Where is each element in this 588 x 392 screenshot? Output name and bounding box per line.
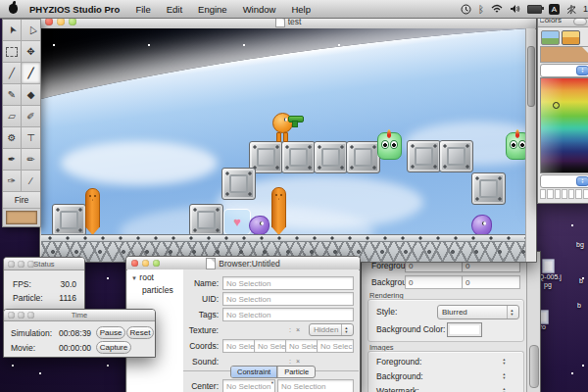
- color-mode-palette-button[interactable]: [562, 30, 580, 45]
- purple-blob-creature[interactable]: [471, 215, 492, 236]
- color-mode-image-button[interactable]: [541, 30, 560, 45]
- tags-field[interactable]: No Selection: [222, 308, 354, 321]
- coords-field-4[interactable]: No Selec: [317, 339, 354, 353]
- tool-line-selected[interactable]: ╱: [22, 63, 40, 84]
- browser-titlebar[interactable]: Browser:Untitled: [126, 257, 360, 270]
- green-gel-creature[interactable]: [377, 132, 402, 160]
- editor-vertical-scrollbar[interactable]: [525, 28, 535, 262]
- center-popup-arrow[interactable]: ▾: [270, 381, 275, 385]
- menu-engine[interactable]: Engine: [190, 0, 235, 18]
- purple-blob-creature[interactable]: [249, 216, 270, 235]
- close-button[interactable]: [131, 260, 138, 267]
- apple-menu-icon[interactable]: [9, 4, 18, 14]
- editor-scrollbar-thumb[interactable]: [527, 46, 535, 107]
- name-field[interactable]: No Selection: [222, 276, 354, 290]
- close-button[interactable]: [8, 312, 15, 318]
- menu-file[interactable]: File: [127, 0, 158, 18]
- tool-thin-line[interactable]: ╱: [3, 63, 22, 84]
- minimize-button[interactable]: [57, 18, 65, 25]
- volume-icon[interactable]: [510, 4, 520, 14]
- clock-icon[interactable]: [461, 4, 471, 15]
- color-spectrum[interactable]: [540, 77, 588, 173]
- disclosure-triangle-icon[interactable]: ▼: [131, 275, 137, 281]
- tool-stick[interactable]: ∕: [22, 171, 40, 192]
- colors-stepper-button[interactable]: ▴▾: [576, 176, 588, 186]
- zoom-button[interactable]: [27, 312, 34, 318]
- uid-field[interactable]: No Selection: [222, 292, 354, 306]
- reset-button[interactable]: Reset: [126, 326, 154, 339]
- menu-help[interactable]: Help: [283, 0, 318, 18]
- toolbar-pill-button[interactable]: [573, 18, 587, 25]
- kanji-wednesday-icon[interactable]: [566, 4, 576, 15]
- tool-screw[interactable]: ⚙: [3, 127, 22, 149]
- center-field-1[interactable]: No Selection: [222, 379, 275, 392]
- battery-icon[interactable]: [527, 5, 542, 14]
- tool-select[interactable]: ➤: [3, 20, 22, 41]
- tool-knife[interactable]: ✐: [22, 106, 40, 127]
- metal-block[interactable]: [407, 140, 441, 172]
- status-titlebar[interactable]: Status: [4, 258, 84, 270]
- desktop-icon-b1-label[interactable]: b: [579, 277, 583, 285]
- desktop-icon-aq005[interactable]: [542, 259, 555, 273]
- spectrum-marker[interactable]: [553, 102, 560, 109]
- fire-material-button[interactable]: Fire: [3, 192, 40, 209]
- texture-clear-icon[interactable]: ×: [296, 326, 300, 333]
- metal-block[interactable]: [314, 141, 348, 173]
- minimize-button[interactable]: [18, 261, 24, 268]
- style-popup[interactable]: Blurred ▴ ▾: [437, 305, 519, 319]
- minimize-button[interactable]: [142, 260, 149, 267]
- tab-constraint[interactable]: Constraint: [231, 367, 277, 377]
- color-swatch-row[interactable]: [540, 189, 588, 198]
- tree-item-particles[interactable]: particles: [142, 285, 173, 295]
- metal-block[interactable]: [281, 141, 316, 173]
- game-canvas[interactable]: ♥: [41, 28, 526, 262]
- metal-block[interactable]: [221, 168, 256, 200]
- input-source-icon[interactable]: A: [549, 4, 560, 15]
- zoom-button[interactable]: [27, 261, 34, 268]
- green-gel-creature[interactable]: [506, 132, 526, 160]
- carrot-character[interactable]: [85, 188, 100, 235]
- pause-button[interactable]: Pause: [96, 326, 125, 339]
- material-color-swatch[interactable]: [6, 211, 37, 224]
- sound-clear-icon[interactable]: ×: [296, 358, 300, 365]
- metal-block[interactable]: [471, 172, 506, 205]
- time-titlebar[interactable]: Time: [4, 310, 155, 321]
- app-menu[interactable]: PHYZIOS Studio Pro: [22, 0, 127, 18]
- tool-pen[interactable]: ✒: [3, 149, 22, 171]
- wifi-icon[interactable]: [491, 4, 503, 14]
- heart-item-box[interactable]: ♥: [223, 209, 251, 235]
- tool-direct-select[interactable]: ▷: [22, 20, 40, 41]
- colors-stepper-button[interactable]: ▴▾: [576, 66, 588, 75]
- tool-pencil[interactable]: ✎: [3, 84, 22, 106]
- close-button[interactable]: [45, 18, 53, 25]
- tool-pencil2[interactable]: ✏: [22, 149, 40, 171]
- images-foreground-stepper[interactable]: ▴▾: [500, 358, 509, 366]
- properties-scrollbar[interactable]: [526, 252, 540, 392]
- minimize-button[interactable]: [18, 312, 24, 318]
- close-button[interactable]: [8, 261, 15, 268]
- properties-scrollbar-thumb[interactable]: [529, 345, 539, 388]
- tool-polygon[interactable]: ◆: [22, 84, 40, 106]
- tool-nib[interactable]: ✑: [3, 171, 22, 192]
- metal-block[interactable]: [439, 140, 473, 172]
- orange-gunner-character[interactable]: [272, 110, 304, 142]
- menu-clock-day[interactable]: 1: [583, 4, 588, 14]
- tool-eraser[interactable]: ▱: [3, 106, 22, 127]
- images-watermark-stepper[interactable]: ▴▾: [500, 387, 509, 392]
- desktop-icon-bg-label[interactable]: bg: [576, 241, 584, 249]
- capture-button[interactable]: Capture: [96, 341, 131, 354]
- images-background-stepper[interactable]: ▴▾: [500, 372, 509, 380]
- carrot-character[interactable]: [271, 187, 286, 235]
- colors-popup-top[interactable]: ▴▾: [540, 64, 588, 77]
- metal-block[interactable]: [52, 204, 86, 236]
- background-y-field[interactable]: 0: [462, 275, 520, 289]
- center-field-2[interactable]: No Selection: [277, 379, 354, 392]
- desktop-icon-b2-label[interactable]: b: [577, 302, 581, 310]
- menu-window[interactable]: Window: [235, 0, 284, 18]
- tool-move[interactable]: ✥: [22, 41, 40, 63]
- zoom-button[interactable]: [69, 18, 76, 25]
- tree-item-root[interactable]: ▼ root: [131, 272, 154, 282]
- colors-popup-bottom[interactable]: ▴▾: [540, 174, 588, 188]
- texture-hidden-popup[interactable]: Hidden ▴▾: [309, 323, 354, 336]
- background-x-field[interactable]: 0: [405, 275, 464, 289]
